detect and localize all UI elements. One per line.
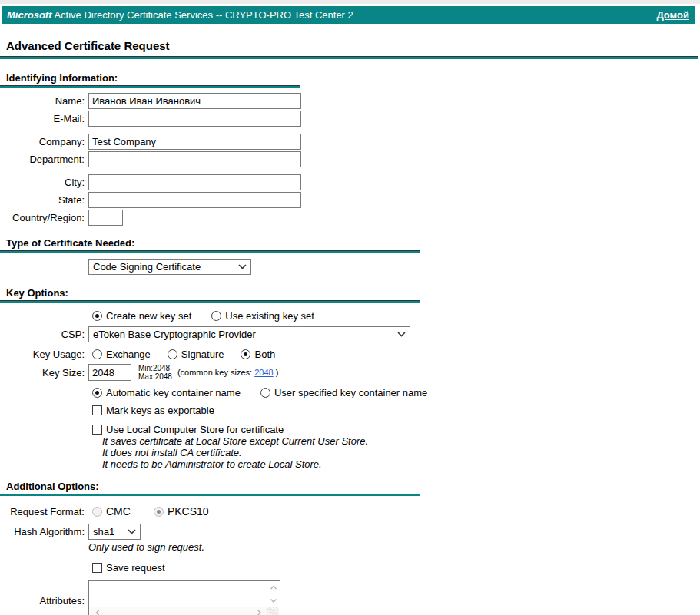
common-key-sizes-suffix: ) xyxy=(274,368,279,377)
section-identifying-heading: Identifying Information: xyxy=(6,72,700,84)
banner-brand: Microsoft xyxy=(7,9,52,21)
common-key-sizes: (common key sizes: 2048 ) xyxy=(177,368,278,377)
section-cert-type-rule xyxy=(0,250,420,253)
country-input[interactable] xyxy=(88,210,123,226)
radio-indicator xyxy=(92,311,102,321)
local-store-note-3: It needs to be Administrator to create L… xyxy=(102,458,700,470)
key-usage-signature-radio[interactable]: Signature xyxy=(168,349,224,360)
scroll-up-icon[interactable] xyxy=(270,584,277,591)
city-label: City: xyxy=(0,177,85,188)
csp-value: eToken Base Cryptographic Provider xyxy=(93,329,256,340)
format-pkcs10-radio[interactable]: PKCS10 xyxy=(154,505,209,517)
auto-container-radio[interactable]: Automatic key container name xyxy=(92,387,241,398)
state-label: State: xyxy=(0,194,85,206)
section-key-options-rule xyxy=(0,300,420,303)
banner-title-text: Active Directory Certificate Services --… xyxy=(54,9,353,21)
format-cmc-radio[interactable]: CMC xyxy=(92,505,131,517)
csp-row: CSP: eToken Base Cryptographic Provider xyxy=(0,326,700,342)
radio-indicator xyxy=(92,507,102,517)
email-input[interactable] xyxy=(88,111,301,127)
user-container-label: User specified key container name xyxy=(274,387,427,398)
scrollbar-corner xyxy=(267,607,279,615)
banner-title: Microsoft Active Directory Certificate S… xyxy=(7,9,353,21)
page-title: Advanced Certificate Request xyxy=(6,39,700,52)
radio-indicator xyxy=(92,388,102,398)
key-size-row: Key Size: Min:2048 Max:2048 (common key … xyxy=(0,364,700,381)
checkbox-indicator xyxy=(92,405,102,415)
scroll-right-icon[interactable] xyxy=(255,609,263,615)
hash-algorithm-row: Hash Algorithm: sha1 xyxy=(0,524,700,540)
container-name-radio-row: Automatic key container name User specif… xyxy=(92,387,700,398)
exportable-row: Mark keys as exportable xyxy=(92,405,700,416)
local-store-checkbox[interactable]: Use Local Computer Store for certificate xyxy=(92,424,284,435)
create-new-key-set-label: Create new key set xyxy=(106,310,191,322)
cert-type-row: Code Signing Certificate xyxy=(0,259,700,275)
key-size-min: Min:2048 xyxy=(138,364,172,372)
save-request-row: Save request xyxy=(92,562,700,574)
key-set-radio-row: Create new key set Use existing key set xyxy=(92,310,700,322)
radio-indicator xyxy=(241,349,250,359)
vertical-scrollbar[interactable] xyxy=(267,582,279,606)
department-label: Department: xyxy=(0,154,85,165)
key-usage-row: Key Usage: Exchange Signature Both xyxy=(0,349,700,360)
department-input[interactable] xyxy=(88,151,301,167)
key-usage-both-radio[interactable]: Both xyxy=(241,349,275,360)
chevron-down-icon xyxy=(128,529,136,534)
key-usage-exchange-radio[interactable]: Exchange xyxy=(92,349,151,360)
hash-algorithm-value: sha1 xyxy=(93,526,114,537)
local-store-row: Use Local Computer Store for certificate xyxy=(92,424,700,435)
key-size-input[interactable] xyxy=(88,364,131,381)
radio-indicator xyxy=(92,349,102,359)
company-input[interactable] xyxy=(88,134,301,150)
radio-indicator xyxy=(211,311,221,321)
section-identifying-rule xyxy=(0,85,300,88)
country-row: Country/Region: xyxy=(0,210,700,226)
radio-indicator xyxy=(168,349,177,359)
format-cmc-label: CMC xyxy=(106,505,131,517)
country-label: Country/Region: xyxy=(0,212,85,223)
hash-note: Only used to sign request. xyxy=(88,541,700,553)
request-format-row: Request Format: CMC PKCS10 xyxy=(0,505,700,517)
attributes-label: Attributes: xyxy=(0,595,85,607)
key-size-max: Max:2048 xyxy=(138,372,172,381)
key-usage-signature-label: Signature xyxy=(181,349,224,360)
csp-select[interactable]: eToken Base Cryptographic Provider xyxy=(88,326,410,342)
mark-keys-exportable-checkbox[interactable]: Mark keys as exportable xyxy=(92,405,214,416)
section-additional-heading: Additional Options: xyxy=(6,481,700,492)
attributes-row: Attributes: xyxy=(0,580,700,615)
format-pkcs10-label: PKCS10 xyxy=(168,505,209,517)
scroll-down-icon[interactable] xyxy=(270,597,277,604)
attributes-textarea[interactable] xyxy=(88,580,280,615)
save-request-checkbox[interactable]: Save request xyxy=(92,562,165,574)
top-strip xyxy=(0,0,700,4)
create-new-key-set-radio[interactable]: Create new key set xyxy=(92,310,191,322)
title-rule xyxy=(0,56,698,59)
horizontal-scrollbar[interactable] xyxy=(90,607,267,615)
use-existing-key-set-label: Use existing key set xyxy=(225,310,314,322)
home-link[interactable]: Домой xyxy=(656,9,689,21)
checkbox-indicator xyxy=(92,563,102,573)
key-usage-both-label: Both xyxy=(254,349,275,360)
local-store-note-2: It does not install CA certificate. xyxy=(102,447,700,458)
mark-keys-exportable-label: Mark keys as exportable xyxy=(106,405,214,416)
csp-label: CSP: xyxy=(0,329,85,340)
hash-algorithm-select[interactable]: sha1 xyxy=(88,524,141,540)
auto-container-label: Automatic key container name xyxy=(106,387,241,398)
name-input[interactable] xyxy=(88,93,301,109)
company-label: Company: xyxy=(0,136,85,147)
section-key-options-heading: Key Options: xyxy=(6,287,700,299)
user-container-radio[interactable]: User specified key container name xyxy=(260,387,427,398)
use-existing-key-set-radio[interactable]: Use existing key set xyxy=(211,310,314,322)
city-row: City: xyxy=(0,174,700,190)
scroll-left-icon[interactable] xyxy=(94,609,101,615)
local-store-label: Use Local Computer Store for certificate xyxy=(106,424,284,435)
city-input[interactable] xyxy=(88,174,301,190)
name-label: Name: xyxy=(0,95,85,107)
common-key-size-link[interactable]: 2048 xyxy=(254,368,273,377)
request-format-label: Request Format: xyxy=(0,506,85,517)
state-input[interactable] xyxy=(88,192,301,208)
certificate-type-value: Code Signing Certificate xyxy=(93,261,201,273)
state-row: State: xyxy=(0,192,700,208)
certificate-type-select[interactable]: Code Signing Certificate xyxy=(88,259,251,275)
key-usage-label: Key Usage: xyxy=(0,349,85,360)
